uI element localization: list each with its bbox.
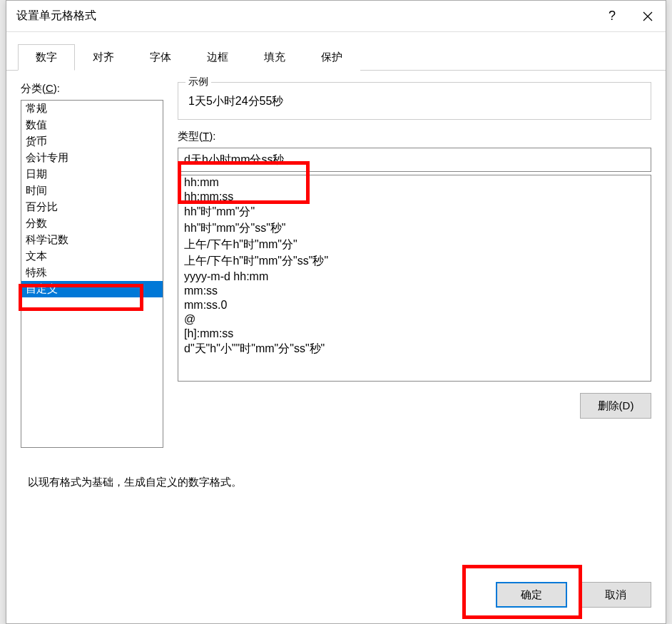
tab-0[interactable]: 数字	[18, 44, 75, 71]
description-text: 以现有格式为基础，生成自定义的数字格式。	[28, 476, 242, 489]
cancel-button[interactable]: 取消	[580, 582, 651, 608]
dialog-content: 分类(C): 常规数值货币会计专用日期时间百分比分数科学记数文本特殊自定义 示例…	[6, 71, 666, 459]
format-item[interactable]: [h]:mm:ss	[178, 327, 651, 341]
category-item[interactable]: 货币	[21, 133, 163, 150]
category-item[interactable]: 分数	[21, 215, 163, 232]
type-label: 类型(T):	[178, 130, 651, 143]
format-item[interactable]: hh:mm:ss	[178, 190, 651, 204]
category-item[interactable]: 特殊	[21, 265, 163, 281]
format-item[interactable]: d"天"h"小""时"mm"分"ss"秒"	[178, 341, 651, 357]
sample-box: 示例 1天5小时24分55秒	[178, 82, 651, 120]
format-item[interactable]: hh:mm	[178, 175, 651, 190]
tab-5[interactable]: 保护	[303, 44, 360, 71]
category-item[interactable]: 文本	[21, 248, 163, 265]
category-column: 分类(C): 常规数值货币会计专用日期时间百分比分数科学记数文本特殊自定义	[21, 82, 163, 448]
close-icon	[643, 11, 653, 21]
tab-2[interactable]: 字体	[132, 44, 189, 71]
delete-button[interactable]: 删除(D)	[580, 393, 651, 419]
settings-column: 示例 1天5小时24分55秒 类型(T): hh:mmhh:mm:sshh"时"…	[178, 82, 651, 448]
delete-row: 删除(D)	[178, 393, 651, 419]
format-list[interactable]: hh:mmhh:mm:sshh"时"mm"分"hh"时"mm"分"ss"秒"上午…	[178, 175, 651, 382]
format-item[interactable]: mm:ss.0	[178, 298, 651, 312]
category-item[interactable]: 日期	[21, 166, 163, 183]
tab-4[interactable]: 填充	[246, 44, 303, 71]
footer-buttons: 确定 取消	[496, 582, 651, 608]
close-button[interactable]	[630, 1, 666, 32]
ok-button[interactable]: 确定	[496, 582, 567, 608]
category-item[interactable]: 常规	[21, 101, 163, 117]
format-item[interactable]: 上午/下午h"时"mm"分"	[178, 237, 651, 253]
sample-value: 1天5小时24分55秒	[188, 94, 641, 109]
category-item[interactable]: 百分比	[21, 199, 163, 215]
tab-bar: 数字对齐字体边框填充保护	[6, 32, 666, 71]
titlebar: 设置单元格格式 ?	[6, 1, 666, 32]
category-item[interactable]: 科学记数	[21, 232, 163, 248]
category-list[interactable]: 常规数值货币会计专用日期时间百分比分数科学记数文本特殊自定义	[21, 100, 163, 448]
tab-1[interactable]: 对齐	[75, 44, 132, 71]
category-label: 分类(C):	[21, 82, 163, 96]
sample-legend: 示例	[185, 76, 211, 88]
format-item[interactable]: 上午/下午h"时"mm"分"ss"秒"	[178, 253, 651, 270]
format-item[interactable]: @	[178, 312, 651, 327]
help-button[interactable]: ?	[594, 1, 630, 32]
type-input[interactable]	[178, 148, 651, 172]
dialog-title: 设置单元格格式	[16, 9, 594, 24]
format-cells-dialog: 设置单元格格式 ? 数字对齐字体边框填充保护 分类(C): 常规数值货币会计专用…	[6, 0, 666, 624]
tab-3[interactable]: 边框	[189, 44, 246, 71]
category-item[interactable]: 自定义	[21, 281, 163, 297]
format-item[interactable]: mm:ss	[178, 284, 651, 298]
format-item[interactable]: yyyy-m-d hh:mm	[178, 270, 651, 284]
category-item[interactable]: 数值	[21, 117, 163, 133]
format-item[interactable]: hh"时"mm"分"ss"秒"	[178, 220, 651, 237]
format-item[interactable]: hh"时"mm"分"	[178, 204, 651, 220]
category-item[interactable]: 会计专用	[21, 150, 163, 166]
category-item[interactable]: 时间	[21, 183, 163, 199]
